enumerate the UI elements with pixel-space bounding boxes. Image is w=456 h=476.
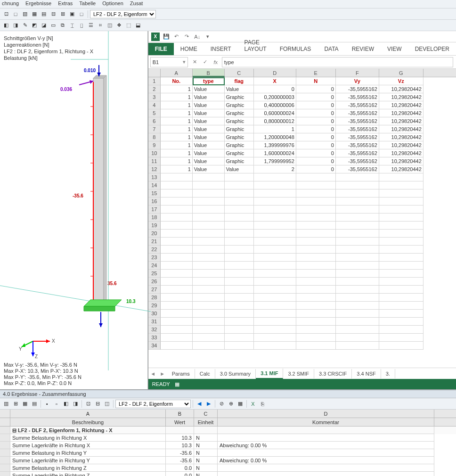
toolbar-icon[interactable]: ▭ [49, 21, 57, 30]
cell[interactable]: -35,5955162 [336, 117, 379, 125]
toolbar-icon[interactable]: ▧ [21, 10, 29, 18]
ribbon-tab[interactable]: FORMULAS [273, 43, 318, 55]
cell[interactable] [161, 197, 193, 205]
cell[interactable]: 1 [161, 85, 193, 93]
cell[interactable] [254, 238, 296, 246]
cell[interactable] [225, 342, 254, 350]
ribbon-tab[interactable]: PAGE LAYOUT [238, 36, 273, 55]
cell[interactable] [161, 302, 193, 310]
cell[interactable] [336, 286, 379, 294]
tb-icon[interactable]: ⊘ [217, 400, 226, 408]
cell[interactable]: 10,29820442 [379, 101, 423, 109]
cell[interactable]: Value [225, 85, 254, 93]
toolbar-icon[interactable]: ✎ [21, 21, 29, 30]
cell[interactable]: Graphic [225, 133, 254, 141]
cell[interactable] [254, 310, 296, 318]
result-cell[interactable] [218, 427, 434, 434]
cell[interactable]: 10,29820442 [379, 165, 423, 173]
result-cell[interactable]: N [194, 434, 218, 442]
cell[interactable]: 1,600000024 [254, 149, 296, 157]
cell[interactable] [336, 254, 379, 262]
tb-icon[interactable]: ▦ [21, 400, 29, 408]
ribbon-tab[interactable]: DATA [318, 43, 345, 55]
tb-icon[interactable]: ⎘ [258, 400, 267, 408]
result-cell[interactable]: N [194, 472, 218, 476]
cell[interactable]: Graphic [225, 125, 254, 133]
toolbar-icon[interactable]: ⌗ [96, 21, 105, 30]
cell[interactable]: 10,29820442 [379, 93, 423, 101]
cell[interactable] [296, 318, 336, 326]
cell[interactable]: N [296, 77, 336, 85]
result-cell[interactable]: Summe Belastung in Richtung Y [10, 449, 166, 457]
toolbar-icon[interactable]: ▤ [40, 10, 48, 18]
cell[interactable] [161, 238, 193, 246]
tb-icon[interactable]: ⊡ [84, 400, 92, 408]
result-cell[interactable]: N [194, 457, 218, 464]
cell[interactable] [225, 222, 254, 230]
cell[interactable]: Value [193, 109, 225, 117]
sheet-tabs[interactable]: ◄ ► ParamsCalc3.0 Summary3.1 MIF3.2 SMIF… [148, 368, 456, 379]
cell[interactable]: 10,29820442 [379, 149, 423, 157]
result-cell[interactable] [218, 434, 434, 442]
ribbon-tab[interactable]: REVIEW [345, 43, 381, 55]
col-letter[interactable]: D [218, 410, 434, 418]
cell[interactable] [161, 270, 193, 278]
tb-icon[interactable]: ▫ [52, 400, 61, 408]
cell[interactable] [161, 222, 193, 230]
cell[interactable] [296, 238, 336, 246]
cell[interactable] [254, 334, 296, 342]
cell[interactable] [161, 326, 193, 334]
cell[interactable] [336, 222, 379, 230]
ribbon-tab[interactable]: INSERT [204, 43, 238, 55]
cell[interactable] [193, 205, 225, 213]
cell[interactable]: 0,600000024 [254, 109, 296, 117]
cell[interactable] [225, 262, 254, 270]
cell[interactable] [296, 213, 336, 222]
cell[interactable]: 1 [161, 109, 193, 117]
cell[interactable] [161, 205, 193, 213]
cell[interactable] [296, 294, 336, 302]
cell[interactable] [379, 197, 423, 205]
eng-menu-item[interactable]: Tabelle [79, 0, 96, 8]
cell[interactable] [254, 278, 296, 286]
sheet-nav-prev-icon[interactable]: ◄ [148, 371, 158, 377]
record-macro-icon[interactable]: ▦ [175, 381, 179, 387]
cell[interactable] [379, 302, 423, 310]
results-panel[interactable]: 4.0 Ergebnisse - Zusammenfassung ▥ ⊞ ▦ ▤… [0, 389, 456, 476]
cell[interactable] [379, 213, 423, 222]
results-grid[interactable]: A B C D Beschreibung Wert Einheit Kommen… [0, 410, 456, 476]
eng-toolbar-2[interactable]: ◧◨✎◩◪▭⧉⌶⌷☰⌗◫❖⬚⬓ [0, 20, 456, 31]
sheet-nav-next-icon[interactable]: ► [158, 371, 167, 377]
cell[interactable] [254, 262, 296, 270]
fx-icon[interactable]: fx [211, 57, 221, 67]
cell[interactable] [254, 246, 296, 254]
cell[interactable]: -35,5955162 [336, 165, 379, 173]
cell[interactable]: 1,799999952 [254, 157, 296, 165]
ribbon-tab[interactable]: HOME [174, 43, 204, 55]
sheet-tab[interactable]: 3.0 Summary [215, 369, 256, 378]
eng-menu-item[interactable]: Ergebnisse [25, 0, 51, 8]
cell[interactable] [161, 286, 193, 294]
result-cell[interactable]: 0.0 [166, 464, 194, 472]
cell[interactable]: Vy [336, 77, 379, 85]
cell[interactable]: Vz [379, 77, 423, 85]
cell[interactable]: 1 [161, 157, 193, 165]
cell[interactable]: 10,29820442 [379, 109, 423, 117]
cell[interactable] [193, 173, 225, 181]
toolbar-icon[interactable]: ◫ [106, 21, 114, 30]
row-handle[interactable] [0, 472, 10, 476]
cell[interactable] [254, 294, 296, 302]
cell[interactable] [379, 342, 423, 350]
cell[interactable] [379, 238, 423, 246]
cell[interactable] [336, 270, 379, 278]
cell[interactable]: Graphic [225, 117, 254, 125]
cell[interactable] [336, 262, 379, 270]
cell[interactable]: 0 [296, 141, 336, 149]
cell[interactable]: -35,5955162 [336, 109, 379, 117]
cell[interactable] [193, 342, 225, 350]
result-cell[interactable]: Summe Lagerkräfte in Richtung X [10, 442, 166, 449]
cell[interactable] [296, 278, 336, 286]
eng-menu-item[interactable]: chnung [2, 0, 19, 8]
cell[interactable]: Graphic [225, 157, 254, 165]
cell[interactable] [296, 205, 336, 213]
